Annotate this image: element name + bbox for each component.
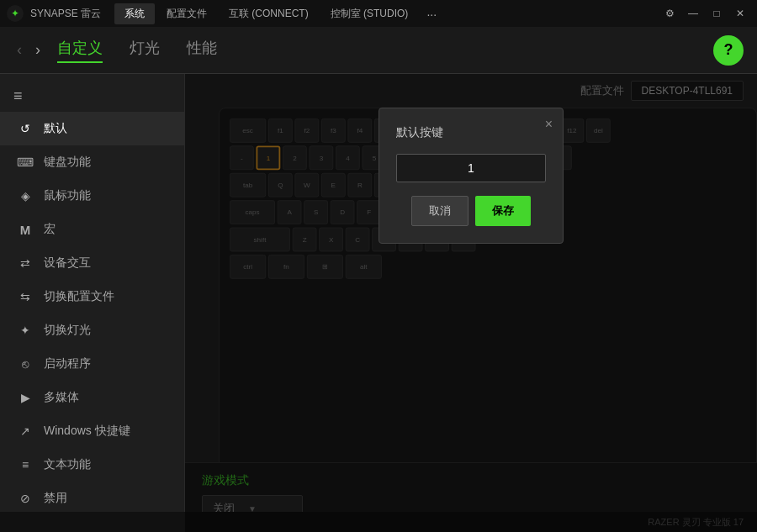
keyboard-icon: ⌨ xyxy=(17,154,34,171)
title-tab-connect[interactable]: 互联 (CONNECT) xyxy=(219,3,319,24)
window-controls: ⚙ — □ ✕ xyxy=(659,3,750,24)
modal-close-button[interactable]: × xyxy=(545,117,553,132)
sidebar-label-launch: 启动程序 xyxy=(44,356,91,371)
sidebar-label-macro: 宏 xyxy=(44,222,56,237)
sidebar-label-windows: Windows 快捷键 xyxy=(44,424,130,439)
sidebar-label-device: 设备交互 xyxy=(44,255,91,271)
default-icon: ↺ xyxy=(17,120,34,137)
tab-customize[interactable]: 自定义 xyxy=(57,38,103,63)
tab-lighting[interactable]: 灯光 xyxy=(130,38,160,63)
nav-arrows: ‹ › xyxy=(13,38,44,62)
save-button[interactable]: 保存 xyxy=(475,196,531,226)
title-tab-profile[interactable]: 配置文件 xyxy=(156,3,217,24)
switch-profile-icon: ⇆ xyxy=(17,288,34,305)
cancel-button[interactable]: 取消 xyxy=(411,196,468,226)
modal-overlay: × 默认按键 取消 保存 xyxy=(185,74,757,532)
maximize-button[interactable]: □ xyxy=(707,3,727,24)
sidebar-label-lighting: 切换灯光 xyxy=(44,323,91,338)
modal-title: 默认按键 xyxy=(396,125,546,140)
tab-performance[interactable]: 性能 xyxy=(187,38,217,63)
sidebar-item-media[interactable]: ▶ 多媒体 xyxy=(0,381,184,414)
sidebar-label-disable: 禁用 xyxy=(44,491,67,506)
text-icon: ≡ xyxy=(17,456,34,473)
sidebar-menu-icon[interactable]: ≡ xyxy=(0,81,184,112)
sidebar-label-media: 多媒体 xyxy=(44,390,79,405)
main-content: ≡ ↺ 默认 ⌨ 键盘功能 ◈ 鼠标功能 M 宏 ⇄ 设备交互 ⇆ 切换配置文件… xyxy=(0,74,757,532)
disable-icon: ⊘ xyxy=(17,490,34,507)
sidebar-item-macro[interactable]: M 宏 xyxy=(0,213,184,246)
app-name: SYNAPSE 雷云 xyxy=(30,7,101,21)
title-tab-system[interactable]: 系统 xyxy=(114,3,155,24)
mouse-icon: ◈ xyxy=(17,187,34,204)
sidebar-item-text[interactable]: ≡ 文本功能 xyxy=(0,448,184,482)
sidebar-item-device[interactable]: ⇄ 设备交互 xyxy=(0,246,184,280)
media-icon: ▶ xyxy=(17,389,34,406)
sidebar-item-launch[interactable]: ⎋ 启动程序 xyxy=(0,347,184,381)
title-bar: ✦ SYNAPSE 雷云 系统 配置文件 互联 (CONNECT) 控制室 (S… xyxy=(0,0,757,27)
content-area: 配置文件 DESKTOP-4TLL691 esc f1 f2 f3 f4 f5 … xyxy=(185,74,757,532)
windows-icon: ↗ xyxy=(17,423,34,440)
sidebar-label-keyboard: 键盘功能 xyxy=(44,155,91,170)
sidebar-label-mouse: 鼠标功能 xyxy=(44,188,91,203)
macro-icon: M xyxy=(17,221,34,238)
sidebar-label-default: 默认 xyxy=(44,121,67,136)
settings-button[interactable]: ⚙ xyxy=(659,3,680,24)
sidebar-item-lighting[interactable]: ✦ 切换灯光 xyxy=(0,313,184,347)
back-arrow[interactable]: ‹ xyxy=(13,38,25,62)
help-button[interactable]: ? xyxy=(713,35,744,66)
header-tabs: 自定义 灯光 性能 xyxy=(57,38,713,63)
sidebar-item-default[interactable]: ↺ 默认 xyxy=(0,112,184,145)
lighting-icon: ✦ xyxy=(17,322,34,339)
title-tab-studio[interactable]: 控制室 (STUDIO) xyxy=(320,3,419,24)
sidebar-item-mouse[interactable]: ◈ 鼠标功能 xyxy=(0,179,184,213)
sidebar-item-keyboard[interactable]: ⌨ 键盘功能 xyxy=(0,145,184,179)
sidebar-label-text: 文本功能 xyxy=(44,457,91,472)
sidebar-label-switch-profile: 切换配置文件 xyxy=(44,289,114,304)
forward-arrow[interactable]: › xyxy=(32,38,44,62)
launch-icon: ⎋ xyxy=(17,356,34,372)
title-nav-tabs: 系统 配置文件 互联 (CONNECT) 控制室 (STUDIO) ... xyxy=(114,3,443,24)
sidebar-item-switch-profile[interactable]: ⇆ 切换配置文件 xyxy=(0,280,184,313)
minimize-button[interactable]: — xyxy=(683,3,703,24)
app-logo: ✦ xyxy=(7,5,24,22)
device-icon: ⇄ xyxy=(17,255,34,271)
sidebar-item-windows[interactable]: ↗ Windows 快捷键 xyxy=(0,414,184,448)
modal-buttons: 取消 保存 xyxy=(396,196,546,226)
sidebar: ≡ ↺ 默认 ⌨ 键盘功能 ◈ 鼠标功能 M 宏 ⇄ 设备交互 ⇆ 切换配置文件… xyxy=(0,74,185,532)
modal-input-field[interactable] xyxy=(396,154,546,182)
close-button[interactable]: ✕ xyxy=(730,3,750,24)
modal-dialog: × 默认按键 取消 保存 xyxy=(378,108,564,244)
header: ‹ › 自定义 灯光 性能 ? xyxy=(0,27,757,74)
sidebar-item-disable[interactable]: ⊘ 禁用 xyxy=(0,482,184,515)
title-more-button[interactable]: ... xyxy=(420,3,443,24)
